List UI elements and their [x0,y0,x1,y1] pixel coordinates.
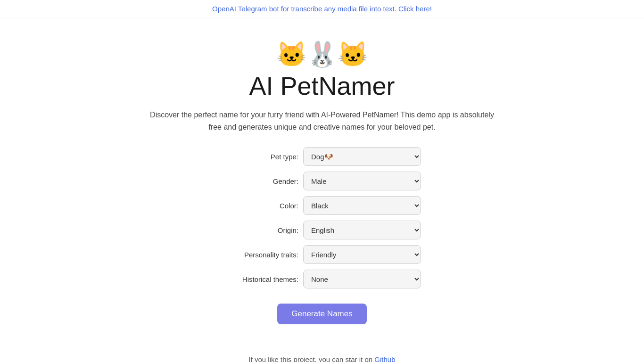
pet-type-select[interactable]: Dog🐶 Cat🐱 Rabbit🐰 Hamster🐹 Bird🐦 [303,147,421,166]
origin-label: Origin: [223,226,298,234]
color-row: Color: Black White Brown Golden Gray Mix… [223,196,421,215]
pet-icons: 🐱🐰🐱 [276,42,368,66]
color-label: Color: [223,202,298,210]
gender-select[interactable]: Male Female [303,172,421,190]
historical-select[interactable]: None Ancient Egypt Medieval Renaissance … [303,270,421,288]
footer-star-text: If you like this project, you can star i… [249,355,373,362]
personality-row: Personality traits: Friendly Playful Cal… [223,245,421,264]
github-link[interactable]: Github [374,355,395,362]
app-title: AI PetNamer [249,71,395,100]
top-banner: OpenAI Telegram bot for transcribe any m… [0,0,644,18]
form-container: Pet type: Dog🐶 Cat🐱 Rabbit🐰 Hamster🐹 Bir… [223,147,421,324]
generate-button[interactable]: Generate Names [277,304,366,324]
gender-row: Gender: Male Female [223,172,421,190]
footer: If you like this project, you can star i… [249,353,396,362]
historical-label: Historical themes: [223,275,298,283]
gender-label: Gender: [223,177,298,185]
origin-row: Origin: English French Spanish German Ja… [223,221,421,239]
personality-label: Personality traits: [223,251,298,259]
personality-select[interactable]: Friendly Playful Calm Energetic Shy Brav… [303,245,421,264]
app-description: Discover the perfect name for your furry… [143,109,501,133]
origin-select[interactable]: English French Spanish German Japanese I… [303,221,421,239]
historical-row: Historical themes: None Ancient Egypt Me… [223,270,421,288]
banner-link[interactable]: OpenAI Telegram bot for transcribe any m… [212,5,432,13]
pet-type-row: Pet type: Dog🐶 Cat🐱 Rabbit🐰 Hamster🐹 Bir… [223,147,421,166]
color-select[interactable]: Black White Brown Golden Gray Mixed [303,196,421,215]
main-container: 🐱🐰🐱 AI PetNamer Discover the perfect nam… [0,18,644,362]
pet-type-label: Pet type: [223,153,298,161]
